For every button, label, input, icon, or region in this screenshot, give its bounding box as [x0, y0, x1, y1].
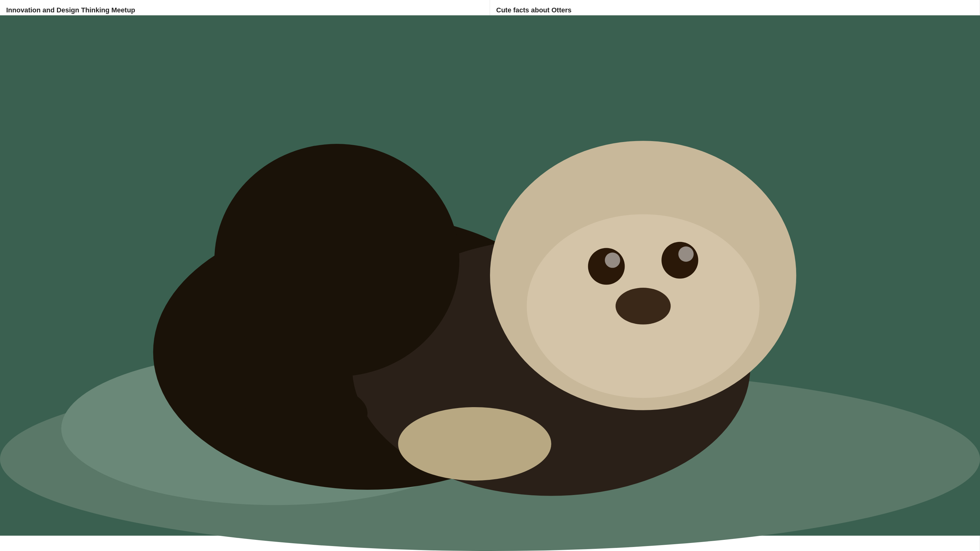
right-panel: Cute facts about Otters Mon, 5/7 · 4:12 … — [490, 0, 980, 551]
otter-image-2 — [496, 205, 974, 260]
